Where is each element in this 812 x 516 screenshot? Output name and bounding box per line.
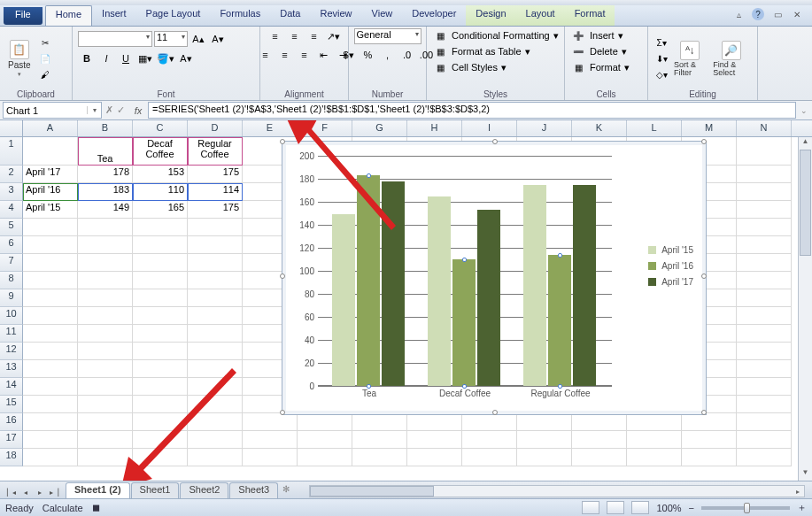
zoom-level[interactable]: 100%	[656, 503, 681, 513]
cell-B7[interactable]	[78, 254, 133, 272]
cell-N4[interactable]	[737, 201, 792, 219]
macro-record-icon[interactable]: ◼	[92, 502, 100, 513]
dec-indent-button[interactable]: ⇤	[315, 47, 333, 63]
percent-button[interactable]: %	[360, 47, 377, 63]
cell-B3[interactable]: 183	[78, 183, 133, 201]
align-bot-button[interactable]: ≡	[305, 28, 323, 44]
cell-M16[interactable]	[682, 413, 737, 431]
cell-A16[interactable]	[23, 413, 78, 431]
bold-button[interactable]: B	[78, 50, 96, 66]
cell-A2[interactable]: April '17	[23, 166, 78, 183]
cell-J16[interactable]	[517, 413, 572, 431]
cell-E18[interactable]	[243, 449, 298, 466]
legend-item[interactable]: April '16	[648, 261, 693, 271]
name-box[interactable]: Chart 1 ▾	[3, 102, 102, 119]
cell-F17[interactable]	[298, 431, 352, 449]
copy-button[interactable]: 📄	[37, 52, 53, 66]
cell-G18[interactable]	[352, 449, 407, 466]
legend-item[interactable]: April '15	[648, 245, 693, 255]
row-header-4[interactable]: 4	[0, 201, 23, 219]
col-header-L[interactable]: L	[627, 120, 682, 136]
minimize-ribbon-icon[interactable]: ▵	[732, 8, 745, 20]
inc-decimal-button[interactable]: .0	[398, 47, 416, 63]
cell-B8[interactable]	[78, 272, 133, 289]
view-pagebreak-button[interactable]	[631, 501, 649, 514]
cell-H18[interactable]	[407, 449, 462, 466]
cell-A8[interactable]	[23, 272, 78, 289]
select-all-corner[interactable]	[0, 120, 23, 136]
cell-F18[interactable]	[298, 449, 352, 466]
cell-A17[interactable]	[23, 431, 78, 449]
view-normal-button[interactable]	[582, 501, 599, 514]
cell-D2[interactable]: 175	[188, 166, 243, 183]
cell-D5[interactable]	[188, 219, 243, 236]
col-header-N[interactable]: N	[737, 120, 792, 136]
cell-N11[interactable]	[737, 325, 792, 343]
cell-I17[interactable]	[462, 431, 517, 449]
close-icon[interactable]: ✕	[791, 8, 803, 20]
tab-design[interactable]: Design	[466, 5, 515, 26]
font-size-combo[interactable]: 11	[154, 31, 188, 47]
cond-format-button[interactable]: ▦Conditional Formatting ▾	[432, 28, 559, 42]
cell-D9[interactable]	[188, 289, 243, 307]
cell-A9[interactable]	[23, 289, 78, 307]
tab-developer[interactable]: Developer	[402, 5, 466, 26]
cell-C12[interactable]	[133, 343, 188, 360]
bar-April16-RegularCoffee[interactable]	[548, 255, 571, 386]
sheet-tab-4[interactable]: Sheet3	[229, 482, 278, 498]
cell-C1[interactable]: DecafCoffee	[133, 137, 188, 166]
cell-K17[interactable]	[572, 431, 627, 449]
tab-format[interactable]: Format	[565, 5, 615, 26]
number-format-combo[interactable]: General	[354, 28, 421, 44]
cell-G16[interactable]	[352, 413, 407, 431]
zoom-slider[interactable]	[701, 506, 790, 510]
cell-M18[interactable]	[682, 449, 737, 466]
horizontal-scrollbar[interactable]: ◂ ▸	[309, 485, 805, 497]
cell-N10[interactable]	[737, 307, 792, 325]
cell-B6[interactable]	[78, 236, 133, 254]
cell-L18[interactable]	[627, 449, 682, 466]
cell-B9[interactable]	[78, 289, 133, 307]
cell-F16[interactable]	[298, 413, 352, 431]
cell-C2[interactable]: 153	[133, 166, 188, 183]
worksheet-grid[interactable]: ABCDEFGHIJKLMN 1TeaDecafCoffeeRegularCof…	[0, 120, 812, 481]
enter-formula-icon[interactable]: ✓	[117, 104, 125, 116]
row-header-8[interactable]: 8	[0, 272, 23, 289]
col-header-B[interactable]: B	[78, 120, 133, 136]
cell-E16[interactable]	[243, 413, 298, 431]
row-header-9[interactable]: 9	[0, 289, 23, 307]
cell-N14[interactable]	[737, 378, 792, 396]
row-header-14[interactable]: 14	[0, 378, 23, 396]
cell-I18[interactable]	[462, 449, 517, 466]
cell-B1[interactable]: Tea	[78, 137, 133, 166]
row-header-3[interactable]: 3	[0, 183, 23, 201]
cell-A6[interactable]	[23, 236, 78, 254]
cell-B2[interactable]: 178	[78, 166, 133, 183]
zoom-out-button[interactable]: −	[689, 503, 694, 513]
cell-A4[interactable]: April '15	[23, 201, 78, 219]
cell-D7[interactable]	[188, 254, 243, 272]
col-header-H[interactable]: H	[407, 120, 462, 136]
cell-B11[interactable]	[78, 325, 133, 343]
row-header-6[interactable]: 6	[0, 236, 23, 254]
col-header-J[interactable]: J	[517, 120, 572, 136]
cell-H16[interactable]	[407, 413, 462, 431]
cell-N2[interactable]	[737, 166, 792, 183]
cells-format-button[interactable]: ▦Format ▾	[570, 60, 630, 74]
cell-styles-button[interactable]: ▦Cell Styles ▾	[432, 60, 507, 74]
tab-nav-last[interactable]: ▸▕	[48, 486, 60, 498]
font-color-button[interactable]: A▾	[177, 50, 195, 66]
cell-M17[interactable]	[682, 431, 737, 449]
row-header-16[interactable]: 16	[0, 413, 23, 431]
cell-A12[interactable]	[23, 343, 78, 360]
cell-B12[interactable]	[78, 343, 133, 360]
cell-A15[interactable]	[23, 396, 78, 413]
cell-N9[interactable]	[737, 289, 792, 307]
tab-layout[interactable]: Layout	[516, 5, 565, 26]
italic-button[interactable]: I	[97, 50, 115, 66]
format-table-button[interactable]: ▦Format as Table ▾	[432, 44, 530, 58]
cell-N5[interactable]	[737, 219, 792, 236]
cut-button[interactable]: ✂	[37, 36, 53, 50]
sort-filter-button[interactable]: ᴬ↓ Sort & Filter	[671, 39, 708, 79]
autosum-button[interactable]: Σ▾	[653, 36, 669, 50]
